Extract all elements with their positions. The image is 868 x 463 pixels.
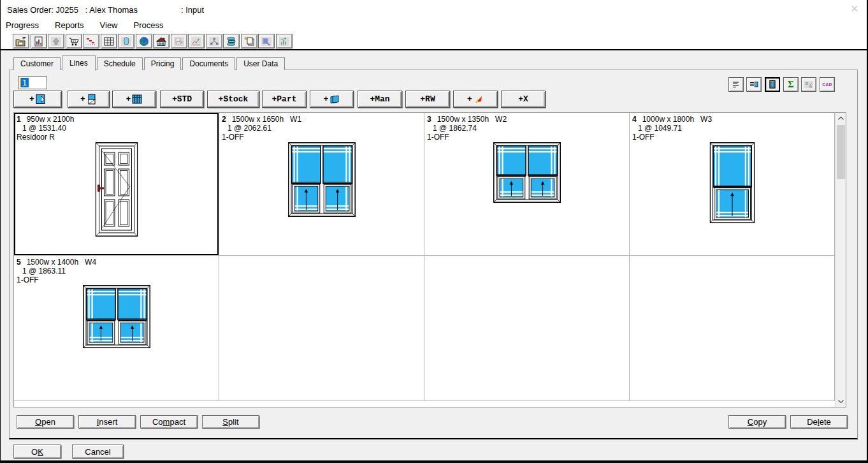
add-bars-button[interactable]: + xyxy=(112,91,156,108)
copy-new-icon[interactable] xyxy=(241,34,257,48)
send-up-icon[interactable] xyxy=(48,34,64,48)
line-item-5[interactable]: 51500w x 1400hW4 1 @ 1863.11 1-OFF xyxy=(14,256,219,401)
tab-lines[interactable]: Lines xyxy=(62,55,96,71)
delete-button[interactable]: Delete xyxy=(790,415,848,429)
text-picture-view-icon[interactable] xyxy=(746,77,762,92)
schedule-gantt-icon[interactable] xyxy=(83,34,99,48)
table-view-icon[interactable] xyxy=(101,34,117,48)
compact-button[interactable]: Compact xyxy=(140,415,198,429)
sales-order-window: Sales Order: J0255 : Alex Thomas : Input… xyxy=(0,0,868,463)
line-number-input[interactable]: 1 xyxy=(18,76,47,89)
report-chart-icon[interactable] xyxy=(31,34,47,48)
line-item-2[interactable]: 21500w x 1650hW1 1 @ 2062.61 1-OFF xyxy=(219,113,424,256)
line-item-4[interactable]: 41000w x 1800hW3 1 @ 1049.71 1-OFF xyxy=(630,113,835,256)
add-glass-button[interactable]: + xyxy=(310,91,354,108)
globe-icon[interactable] xyxy=(136,34,152,48)
tab-strip: Customer Lines Schedule Pricing Document… xyxy=(13,55,286,70)
window-title-mode: : Input xyxy=(181,5,204,15)
tab-documents[interactable]: Documents xyxy=(182,57,235,70)
insert-button[interactable]: Insert xyxy=(78,415,136,429)
door-drawing xyxy=(95,142,138,237)
menu-reports[interactable]: Reports xyxy=(55,19,84,33)
ok-button[interactable]: OK xyxy=(13,445,61,459)
vertical-scrollbar[interactable] xyxy=(835,113,846,407)
line-item-1[interactable]: 1950w x 2100h 1 @ 1531.40 Residoor R xyxy=(14,113,219,256)
toolbar xyxy=(1,33,867,49)
cancel-button[interactable]: Cancel xyxy=(72,445,124,459)
scroll-down-icon[interactable] xyxy=(835,396,846,407)
text-view-icon[interactable] xyxy=(728,77,744,92)
empty-cell[interactable] xyxy=(219,256,424,401)
add-rw-button[interactable]: +RW xyxy=(405,91,450,108)
lines-grid: 1950w x 2100h 1 @ 1531.40 Residoor R 215… xyxy=(13,112,846,408)
tab-schedule[interactable]: Schedule xyxy=(97,57,143,70)
network-disabled-icon[interactable] xyxy=(206,34,222,48)
frame-3d-icon[interactable] xyxy=(118,34,134,48)
add-sash-button[interactable]: + xyxy=(68,91,110,108)
title-bar: Sales Order: J0255 : Alex Thomas : Input… xyxy=(1,0,867,19)
sum-sigma-icon[interactable]: Σ xyxy=(783,77,799,92)
stats-disabled-icon[interactable] xyxy=(276,34,293,48)
batch-list-icon[interactable] xyxy=(223,34,240,48)
survey-disabled-icon[interactable] xyxy=(258,34,275,48)
open-order-icon[interactable] xyxy=(13,34,29,48)
menu-view[interactable]: View xyxy=(100,19,118,33)
scroll-up-icon[interactable] xyxy=(835,113,846,124)
add-man-button[interactable]: +Man xyxy=(358,91,402,108)
cad-icon[interactable]: CAD xyxy=(820,77,835,92)
window-title: Sales Order: J0255 : Alex Thomas xyxy=(7,5,138,15)
open-button[interactable]: Open xyxy=(17,415,74,429)
window-drawing xyxy=(83,285,150,348)
window-drawing xyxy=(288,142,356,217)
picture-view-icon[interactable] xyxy=(765,77,780,92)
add-stock-button[interactable]: +Stock xyxy=(207,91,259,108)
window-drawing xyxy=(709,142,755,223)
add-part-button[interactable]: +Part xyxy=(262,91,307,108)
add-x-button[interactable]: +X xyxy=(501,91,546,108)
menu-progress[interactable]: Progress xyxy=(6,19,39,33)
add-frame-button[interactable]: + xyxy=(13,91,62,108)
empty-cell[interactable] xyxy=(630,256,835,401)
empty-cell[interactable] xyxy=(424,256,630,401)
input-form: Customer Lines Schedule Pricing Document… xyxy=(1,50,867,460)
close-icon[interactable]: ✕ xyxy=(850,3,858,15)
tab-pricing[interactable]: Pricing xyxy=(144,57,182,70)
add-std-button[interactable]: +STD xyxy=(160,91,204,108)
line-item-3[interactable]: 31500w x 1350hW2 1 @ 1862.74 1-OFF xyxy=(424,113,630,256)
scrollbar-thumb[interactable] xyxy=(837,125,845,179)
house-icon[interactable] xyxy=(153,34,170,48)
graphics-disabled-icon[interactable] xyxy=(171,34,187,48)
split-button[interactable]: Split xyxy=(202,415,259,429)
window-drawing xyxy=(493,142,561,203)
lines-tab-page: 1 + + + +STD +Stock +Part + +Man +RW + +… xyxy=(9,70,858,439)
chart-disabled-icon[interactable] xyxy=(188,34,205,48)
tab-customer[interactable]: Customer xyxy=(13,57,61,70)
copy-button[interactable]: Copy xyxy=(728,415,786,429)
menu-process[interactable]: Process xyxy=(134,19,164,33)
shopping-cart-icon[interactable] xyxy=(66,34,82,48)
menu-bar: Progress Reports View Process xyxy=(1,19,867,33)
graphics-options-icon[interactable] xyxy=(801,77,816,92)
tab-userdata[interactable]: User Data xyxy=(236,57,285,70)
add-pointer-button[interactable]: + xyxy=(453,91,498,108)
